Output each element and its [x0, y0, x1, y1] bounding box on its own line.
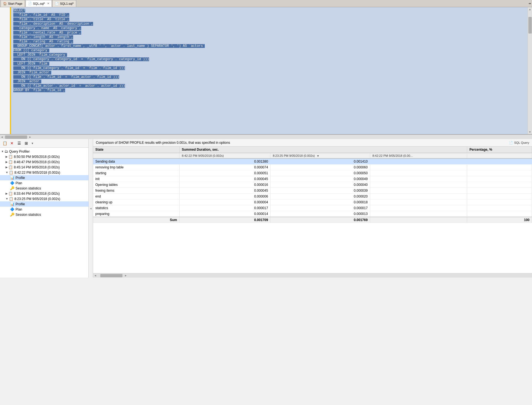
table-sum-row: Sum 0.001709 0.001769 100: [93, 217, 532, 223]
code-editor[interactable]: SELECT `film`.`film_id` AS `FID`, `film`…: [11, 7, 528, 134]
left-panel: 📋 ✕ ☰ ⊞ ▼ ▼ 🗂 Query Profiler ▶ 📋: [0, 139, 89, 278]
item1-icon: 📋: [8, 155, 13, 159]
table-row-1[interactable]: removing tmp table 0.000074 0.000060: [93, 165, 532, 170]
code-line-9: GROUP_CONCAT(`actor`.`first_name`, _utf8…: [13, 44, 525, 48]
item4c-icon: 🔑: [10, 186, 14, 190]
row-7-pct: [467, 199, 532, 205]
subheader-dropdown-arrow[interactable]: ▼: [317, 155, 319, 157]
item5-expand: ▶: [6, 192, 8, 195]
tree-item-6b[interactable]: 🔷 Plan: [0, 207, 88, 212]
table-row-6[interactable]: end 0.000006 0.000020: [93, 194, 532, 199]
row-4-val3: [370, 182, 467, 188]
table-row-8[interactable]: statistics 0.000017 0.000017: [93, 205, 532, 211]
item3-expand: ▶: [6, 166, 8, 169]
tab-start-page[interactable]: 🏠 Start Page: [1, 0, 25, 7]
code-line-11: LEFT JOIN `film_category`: [13, 53, 525, 57]
row-5-val1: 0.000045: [180, 188, 270, 194]
row-2-val2: 0.000050: [270, 170, 370, 176]
item6c-icon: 🔑: [10, 212, 14, 217]
tree-item-1-label: 8:50:50 PM 9/05/2018 (0.002s): [14, 155, 60, 159]
item6-expand: ▼: [6, 197, 8, 200]
item6a-icon: 📊: [10, 202, 14, 206]
table-row-7[interactable]: cleaning up 0.000004 0.000018: [93, 199, 532, 205]
tree-item-3[interactable]: ▶ 📋 8:45:14 PM 9/05/2018 (0.002s): [0, 165, 88, 170]
row-8-val1: 0.000017: [180, 205, 270, 211]
toolbar-delete-btn[interactable]: ✕: [9, 140, 15, 146]
row-0-state: Sending data: [93, 158, 180, 165]
tree-root[interactable]: ▼ 🗂 Query Profiler: [0, 149, 88, 154]
tree-item-4c-label: Session statistics: [16, 186, 41, 190]
tree-root-label: Query Profiler: [9, 150, 30, 153]
code-line-7: `film`.`length` AS `length`,: [13, 35, 525, 39]
left-toolbar: 📋 ✕ ☰ ⊞ ▼: [0, 139, 88, 148]
code-line-16: ON ((`film`.`film_id` = `film_actor`.`fi…: [13, 75, 525, 79]
table-horizontal-scrollbar[interactable]: ◄ ►: [93, 273, 532, 278]
row-0-val3: [370, 158, 467, 165]
tree-item-4[interactable]: ▼ 📋 8:42:22 PM 9/05/2018 (0.002s): [0, 170, 88, 175]
row-3-val1: 0.000045: [180, 176, 270, 182]
row-1-pct: [467, 165, 532, 170]
row-9-state: preparing: [93, 211, 180, 217]
scrollbar-thumb[interactable]: [528, 17, 532, 34]
tree-item-5[interactable]: ▶ 📋 8:33:44 PM 9/05/2018 (0.002s): [0, 191, 88, 196]
table-row-4[interactable]: Opening tables 0.000016 0.000040: [93, 182, 532, 188]
row-2-pct: [467, 170, 532, 176]
tree-item-1[interactable]: ▶ 📋 8:50:50 PM 9/05/2018 (0.002s): [0, 154, 88, 159]
item4a-icon: 📊: [10, 176, 14, 180]
sql1-tab-icon: 📄: [55, 2, 59, 6]
table-row-5[interactable]: freeing items 0.000045 0.000039: [93, 188, 532, 194]
tree-item-6a[interactable]: 📊 Profile: [0, 201, 88, 207]
item4-icon: 📋: [9, 170, 13, 175]
table-row-9[interactable]: preparing 0.000014 0.000013: [93, 211, 532, 217]
toolbar-grid-btn[interactable]: ⊞: [23, 140, 29, 146]
tree-item-4c[interactable]: 🔑 Session statistics: [0, 186, 88, 191]
h-scroll-left-btn[interactable]: ◄: [93, 274, 98, 277]
h-scrollbar-thumb[interactable]: [100, 274, 122, 277]
tab-sql-close[interactable]: ✕: [47, 2, 49, 5]
row-1-val3: [370, 165, 467, 170]
tree-item-4b-label: Plan: [16, 181, 22, 185]
tree-item-4a[interactable]: 📊 Profile: [0, 175, 88, 180]
sub-col-1: 8:42:22 PM 9/05/2018 (0.002s): [180, 153, 270, 158]
table-row-0[interactable]: Sending data 0.001380 0.001410: [93, 158, 532, 165]
toolbar-copy-btn[interactable]: 📋: [2, 140, 8, 146]
tree-item-4a-label: Profile: [16, 176, 25, 180]
sql-query-btn-label: SQL Query: [514, 141, 529, 144]
tree-item-6[interactable]: ▼ 📋 8:23:25 PM 9/05/2018 (0.002s): [0, 196, 88, 201]
sql-query-button[interactable]: 📄 SQL Query: [509, 141, 529, 145]
table-header-row: State Summed Duration, sec. Percentage, …: [93, 147, 532, 153]
editor-scrollbar-vertical[interactable]: ▲ ▼: [528, 7, 532, 134]
editor-h-scrollbar-thumb[interactable]: [5, 135, 27, 139]
table-row-2[interactable]: starting 0.000051 0.000050: [93, 170, 532, 176]
split-handle-v[interactable]: ◄: [89, 139, 93, 278]
code-line-13: LEFT JOIN `film`: [13, 61, 525, 66]
profile-table-wrapper[interactable]: State Summed Duration, sec. Percentage, …: [93, 147, 532, 273]
tree-item-4b[interactable]: 🔷 Plan: [0, 180, 88, 186]
row-3-pct: [467, 176, 532, 182]
row-0-pct: [467, 158, 532, 165]
tab-sql1[interactable]: 📄 SQL1.sql*: [52, 0, 76, 7]
code-line-3: `film`.`title` AS `title`,: [13, 17, 525, 22]
code-line-5: `category`.`name` AS `category`,: [13, 26, 525, 30]
row-8-state: statistics: [93, 205, 180, 211]
copy-icon: 📋: [2, 141, 7, 145]
toolbar-dropdown-arrow[interactable]: ▼: [31, 142, 34, 145]
tab-sql[interactable]: 📄 SQL.sql* ✕: [25, 0, 52, 7]
tree-item-2[interactable]: ▶ 📋 8:46:47 PM 9/05/2018 (0.002s): [0, 159, 88, 165]
sub-col-3: 8:42:22 PM 9/05/2018 (0.00...: [370, 153, 467, 158]
toolbar-expand-btn[interactable]: ☰: [16, 140, 22, 146]
row-2-val3: [370, 170, 467, 176]
h-scroll-right-btn[interactable]: ►: [124, 274, 128, 277]
row-1-val2: 0.000060: [270, 165, 370, 170]
tree-item-4-label: 8:42:22 PM 9/05/2018 (0.002s): [14, 171, 60, 175]
root-expand-arrow: ▼: [1, 150, 4, 153]
tab-scroll-right[interactable]: ⇔: [528, 0, 532, 7]
tree-item-6c[interactable]: 🔑 Session statistics: [0, 212, 88, 217]
row-7-state: cleaning up: [93, 199, 180, 205]
editor-horizontal-scrollbar[interactable]: ◄ ►: [0, 135, 532, 139]
table-row-3[interactable]: init 0.000045 0.000049: [93, 176, 532, 182]
right-header: Comparison of SHOW PROFILE results with …: [93, 139, 532, 147]
row-6-val3: [370, 194, 467, 199]
bottom-area: 📋 ✕ ☰ ⊞ ▼ ▼ 🗂 Query Profiler ▶ 📋: [0, 139, 532, 278]
row-0-val1: 0.001380: [180, 158, 270, 165]
